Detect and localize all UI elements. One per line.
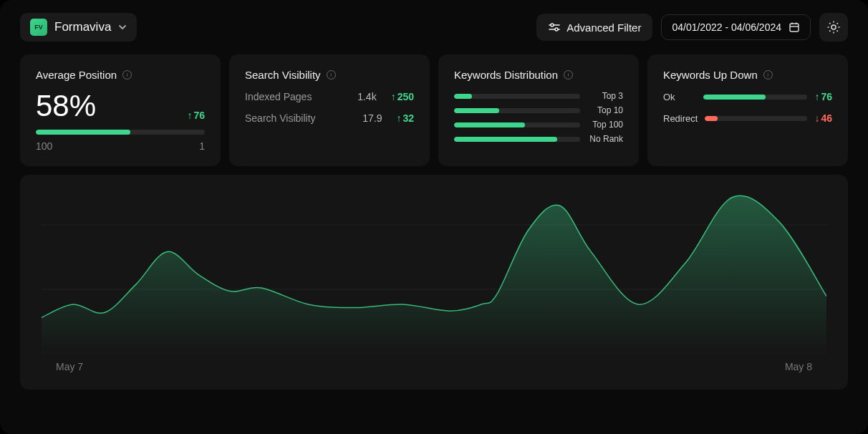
- card-title: Keywords Distribution: [454, 69, 558, 81]
- metric-delta: ↑ 32: [396, 112, 414, 124]
- distribution-bar: [454, 108, 580, 113]
- svg-point-1: [551, 24, 554, 26]
- avg-position-value: 58%: [36, 91, 96, 121]
- card-title: Search Visibility: [245, 69, 321, 81]
- distribution-label: Top 3: [589, 91, 623, 101]
- date-range-text: 04/01/2022 - 04/06/2024: [672, 21, 781, 33]
- brand-logo: FV: [30, 19, 47, 36]
- card-search-visibility: Search Visibility i Indexed Pages1.4k↑ 2…: [229, 54, 430, 166]
- chart-x-end: May 8: [785, 361, 812, 372]
- distribution-row: Top 10: [454, 105, 623, 115]
- info-icon[interactable]: i: [327, 70, 336, 79]
- metric-value: 17.9: [362, 112, 382, 124]
- distribution-label: No Rank: [589, 134, 623, 144]
- info-icon[interactable]: i: [122, 70, 132, 79]
- arrow-up-icon: ↑: [396, 112, 401, 124]
- metric-row: Indexed Pages1.4k↑ 250: [245, 91, 414, 102]
- brand-selector[interactable]: FV Formaviva: [20, 13, 137, 42]
- updown-label: Redirect: [663, 113, 698, 124]
- info-icon[interactable]: i: [763, 70, 773, 79]
- svg-rect-4: [790, 24, 799, 32]
- updown-delta: ↑76: [814, 91, 832, 102]
- main-chart: May 7 May 8: [20, 175, 848, 390]
- updown-bar: [703, 95, 807, 100]
- card-average-position: Average Position i 58% ↑76 100 1: [20, 54, 221, 166]
- arrow-up-icon: ↑: [187, 110, 192, 121]
- range-high: 1: [199, 140, 205, 152]
- avg-position-delta: ↑76: [187, 110, 205, 121]
- arrow-up-icon: ↑: [814, 91, 819, 102]
- card-keywords-updown: Keywords Up Down i Ok↑76Redirect↓46: [647, 54, 848, 166]
- advanced-filter-label: Advanced Filter: [566, 21, 641, 34]
- card-keywords-distribution: Keywords Distribution i Top 3Top 10Top 1…: [438, 54, 639, 166]
- metric-delta: ↑ 250: [391, 91, 414, 102]
- advanced-filter-button[interactable]: Advanced Filter: [536, 14, 652, 41]
- avg-position-progress: [36, 130, 205, 135]
- range-low: 100: [36, 140, 52, 152]
- svg-point-8: [831, 25, 836, 29]
- settings-button[interactable]: [819, 13, 848, 42]
- updown-bar: [705, 116, 807, 121]
- updown-row: Ok↑76: [663, 91, 832, 102]
- distribution-bar: [454, 122, 580, 127]
- svg-point-3: [555, 28, 558, 31]
- date-range-picker[interactable]: 04/01/2022 - 04/06/2024: [661, 14, 811, 40]
- distribution-row: Top 3: [454, 91, 623, 101]
- chart-area-fill: [42, 196, 826, 354]
- card-title: Keywords Up Down: [663, 69, 758, 81]
- distribution-bar: [454, 94, 580, 99]
- distribution-label: Top 10: [589, 105, 623, 115]
- distribution-row: Top 100: [454, 120, 623, 130]
- progress-fill: [36, 130, 130, 135]
- brand-name: Formaviva: [54, 20, 111, 34]
- distribution-label: Top 100: [589, 120, 623, 130]
- distribution-row: No Rank: [454, 134, 623, 144]
- updown-label: Ok: [663, 92, 696, 102]
- card-title: Average Position: [36, 69, 117, 81]
- calendar-icon: [789, 21, 800, 33]
- metric-label: Search Visibility: [245, 112, 362, 124]
- arrow-down-icon: ↓: [814, 112, 819, 124]
- gear-icon: [826, 20, 841, 34]
- sliders-icon: [548, 21, 561, 34]
- updown-delta: ↓46: [814, 112, 832, 124]
- updown-row: Redirect↓46: [663, 112, 832, 124]
- chevron-down-icon: [118, 23, 127, 32]
- metric-value: 1.4k: [357, 91, 376, 102]
- chart-x-start: May 7: [56, 361, 83, 372]
- metric-label: Indexed Pages: [245, 91, 357, 102]
- distribution-bar: [454, 137, 580, 142]
- info-icon[interactable]: i: [564, 70, 573, 79]
- arrow-up-icon: ↑: [391, 91, 396, 102]
- metric-row: Search Visibility17.9↑ 32: [245, 112, 414, 124]
